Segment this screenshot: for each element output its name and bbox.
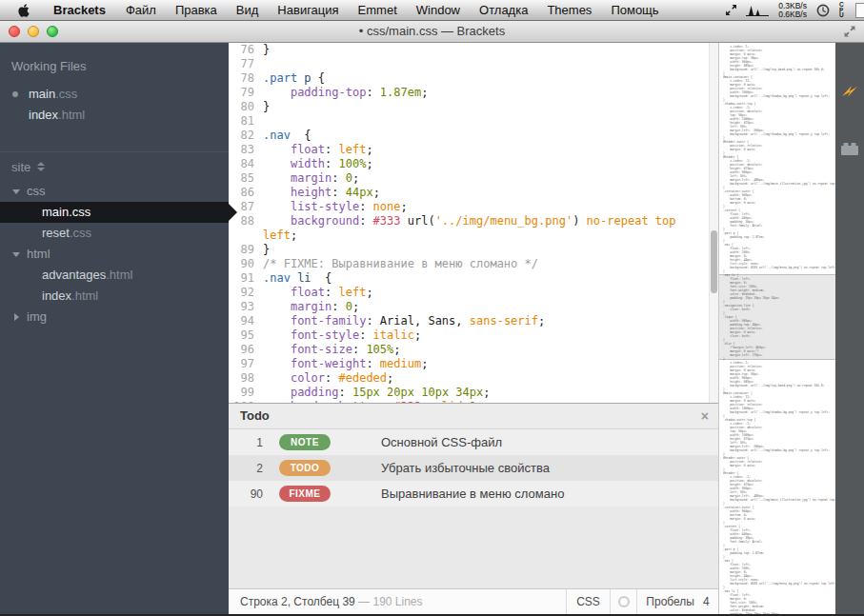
code-line[interactable]: 95 font-style: italic; bbox=[229, 328, 709, 343]
code-line[interactable]: 76} bbox=[229, 43, 709, 57]
code-text: padding-top: 1.87em; bbox=[263, 86, 428, 100]
code-line[interactable]: 92 float: left; bbox=[229, 286, 709, 300]
code-line[interactable]: 86 height: 44px; bbox=[229, 186, 709, 200]
code-line[interactable]: 79 padding-top: 1.87em; bbox=[229, 86, 709, 100]
line-number[interactable]: 84 bbox=[229, 157, 263, 171]
line-number[interactable]: 86 bbox=[229, 186, 263, 200]
code-line[interactable]: 84 width: 100%; bbox=[229, 157, 709, 171]
line-number[interactable]: 89 bbox=[229, 243, 263, 257]
line-number[interactable]: 95 bbox=[229, 328, 263, 343]
code-line[interactable]: 81 bbox=[229, 114, 709, 129]
indent-setting[interactable]: Пробелы4 bbox=[636, 589, 718, 614]
language-mode[interactable]: CSS bbox=[566, 589, 610, 614]
menu-emmet[interactable]: Emmet bbox=[349, 0, 407, 20]
line-number[interactable]: 81 bbox=[229, 114, 263, 129]
code-text: padding: 15px 20px 10px 34px; bbox=[263, 386, 491, 400]
code-text: float: left; bbox=[263, 143, 373, 157]
menu-window[interactable]: Window bbox=[407, 0, 470, 20]
code-line[interactable]: 83 float: left; bbox=[229, 143, 709, 157]
code-line[interactable]: 85 margin: 0; bbox=[229, 171, 709, 186]
tree-file-main-css[interactable]: main.css bbox=[0, 202, 229, 223]
code-line[interactable]: left; bbox=[229, 229, 709, 243]
line-number[interactable]: 99 bbox=[229, 386, 263, 400]
code-line[interactable]: 88 background: #333 url('../img/menu_bg.… bbox=[229, 214, 709, 229]
working-file-index-html[interactable]: index.html bbox=[0, 105, 229, 126]
cpu-indicator[interactable]: CPU bbox=[839, 2, 847, 18]
tree-folder-css[interactable]: css bbox=[0, 181, 229, 202]
apple-menu[interactable] bbox=[0, 3, 43, 18]
tree-folder-html[interactable]: html bbox=[0, 244, 229, 265]
line-number[interactable]: 92 bbox=[229, 286, 263, 300]
code-line[interactable]: 89} bbox=[229, 243, 709, 257]
code-line[interactable]: 97 font-weight: medium; bbox=[229, 357, 709, 371]
code-line[interactable]: 77 bbox=[229, 57, 709, 71]
code-line[interactable]: 78.part p { bbox=[229, 71, 709, 86]
scrollbar-thumb[interactable] bbox=[711, 230, 717, 293]
menu-brackets[interactable]: Brackets bbox=[43, 0, 116, 20]
menu-debug[interactable]: Отладка bbox=[470, 0, 537, 20]
line-number[interactable]: 91 bbox=[229, 271, 263, 286]
code-line[interactable]: 93 margin: 0; bbox=[229, 300, 709, 314]
line-number[interactable]: 90 bbox=[229, 257, 263, 271]
menu-extra-partial[interactable] bbox=[855, 3, 864, 18]
lint-indicator[interactable] bbox=[610, 589, 636, 614]
menu-themes[interactable]: Themes bbox=[537, 0, 601, 20]
line-number[interactable] bbox=[229, 229, 263, 243]
code-line[interactable]: 99 padding: 15px 20px 10px 34px; bbox=[229, 386, 709, 400]
code-text: background: #333 url('../img/menu_bg.png… bbox=[263, 214, 676, 229]
editor-scrollbar[interactable] bbox=[709, 43, 718, 403]
code-text: float: left; bbox=[263, 286, 373, 300]
line-number[interactable]: 97 bbox=[229, 357, 263, 371]
code-editor[interactable]: 76}7778.part p {79 padding-top: 1.87em;8… bbox=[229, 43, 718, 403]
window-title: • css/main.css — Brackets bbox=[0, 21, 864, 42]
titlebar[interactable]: • css/main.css — Brackets bbox=[0, 21, 864, 43]
line-number[interactable]: 93 bbox=[229, 300, 263, 314]
expand-icon[interactable] bbox=[843, 25, 856, 38]
apple-icon bbox=[17, 3, 30, 18]
network-speed[interactable]: 0.3KB/s0.6KB/s bbox=[778, 2, 807, 19]
line-number[interactable]: 77 bbox=[229, 57, 263, 71]
tree-folder-img[interactable]: img bbox=[0, 307, 229, 328]
minimap[interactable]: z-index: 1; position: relative; margin: … bbox=[718, 43, 835, 616]
todo-row-fixme[interactable]: 90 FIXME Выравнивание в меню сломано bbox=[229, 481, 718, 507]
close-icon[interactable]: × bbox=[701, 404, 709, 428]
code-line[interactable]: 91.nav li { bbox=[229, 271, 709, 286]
line-number[interactable]: 94 bbox=[229, 314, 263, 328]
code-lines: 76}7778.part p {79 padding-top: 1.87em;8… bbox=[229, 43, 709, 403]
emmet-lightning-icon[interactable] bbox=[835, 81, 864, 102]
code-line[interactable]: 82.nav { bbox=[229, 129, 709, 143]
code-line[interactable]: 87 list-style: none; bbox=[229, 200, 709, 214]
tree-file-reset-css[interactable]: reset.css bbox=[0, 223, 229, 244]
menu-help[interactable]: Помощь bbox=[601, 0, 668, 20]
todo-row-todo[interactable]: 2 TODO Убрать избыточные свойства bbox=[229, 455, 718, 481]
project-selector[interactable]: site bbox=[0, 151, 229, 181]
line-number[interactable]: 98 bbox=[229, 371, 263, 386]
time-machine-icon[interactable] bbox=[815, 3, 831, 18]
line-number[interactable]: 80 bbox=[229, 100, 263, 114]
line-number[interactable]: 82 bbox=[229, 129, 263, 143]
line-number[interactable]: 96 bbox=[229, 343, 263, 357]
code-line[interactable]: 96 font-size: 105%; bbox=[229, 343, 709, 357]
todo-row-note[interactable]: 1 NOTE Основной CSS-файл bbox=[229, 429, 718, 455]
line-number[interactable]: 78 bbox=[229, 71, 263, 86]
network-activity-icon[interactable] bbox=[746, 4, 770, 16]
code-line[interactable]: 80} bbox=[229, 100, 709, 114]
line-number[interactable]: 85 bbox=[229, 171, 263, 186]
code-line[interactable]: 90/* FIXME: Выравнивание в меню сломано … bbox=[229, 257, 709, 271]
code-line[interactable]: 98 color: #ededed; bbox=[229, 371, 709, 386]
menu-edit[interactable]: Правка bbox=[166, 0, 227, 20]
menu-navigate[interactable]: Навигация bbox=[268, 0, 348, 20]
menu-file[interactable]: Файл bbox=[116, 0, 166, 20]
tree-file-advantages-html[interactable]: advantages.html bbox=[0, 265, 229, 286]
code-line[interactable]: 94 font-family: Arial, Sans, sans-serif; bbox=[229, 314, 709, 328]
extension-manager-icon[interactable] bbox=[835, 142, 864, 155]
line-number[interactable]: 83 bbox=[229, 143, 263, 157]
working-file-main-css[interactable]: main.css bbox=[0, 84, 229, 105]
tree-file-index-html[interactable]: index.html bbox=[0, 286, 229, 307]
menu-view[interactable]: Вид bbox=[227, 0, 269, 20]
extension-toolbar bbox=[835, 43, 864, 616]
line-number[interactable]: 76 bbox=[229, 43, 263, 57]
minimap-viewport[interactable] bbox=[719, 274, 835, 360]
line-number[interactable]: 79 bbox=[229, 86, 263, 100]
resize-arrows-icon[interactable] bbox=[725, 4, 737, 16]
